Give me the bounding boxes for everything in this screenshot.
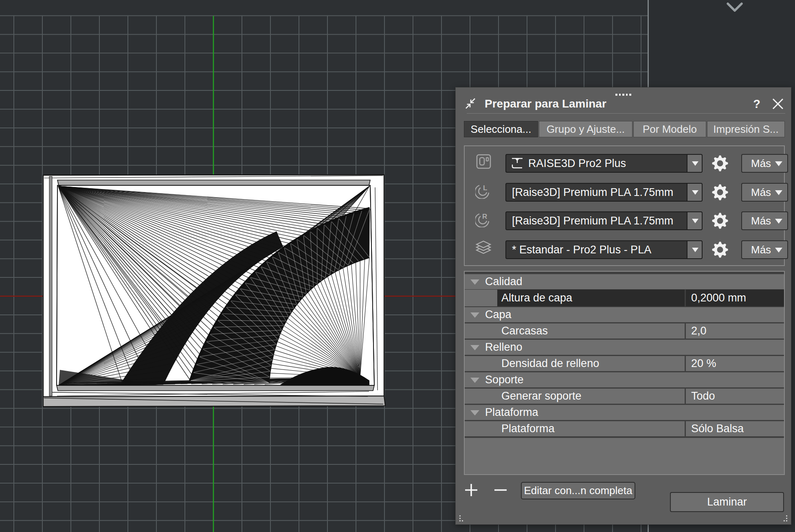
collapse-triangle-icon[interactable] bbox=[470, 279, 479, 285]
add-setting-button[interactable] bbox=[464, 483, 478, 497]
column-divider bbox=[685, 323, 686, 339]
edit-full-config-label: Editar con...n completa bbox=[524, 484, 632, 497]
column-divider bbox=[685, 290, 686, 306]
filament-right-gear-icon[interactable] bbox=[712, 212, 729, 229]
resize-grip-bottom-left[interactable] bbox=[459, 514, 468, 522]
filament-left-value: [Raise3D] Premium PLA 1.75mm bbox=[512, 184, 673, 201]
printer-settings-gear-icon[interactable] bbox=[712, 155, 729, 172]
printer-select-value: RAISE3D Pro2 Plus bbox=[528, 155, 626, 172]
filament-right-select[interactable]: [Raise3D] Premium PLA 1.75mm bbox=[505, 211, 703, 230]
collapse-triangle-icon[interactable] bbox=[470, 410, 479, 415]
setting-row-layer-height[interactable]: Altura de capa 0,2000 mm bbox=[465, 290, 784, 306]
collapse-triangle-icon[interactable] bbox=[470, 345, 479, 350]
group-label: Relleno bbox=[485, 340, 523, 355]
filament-left-more-arrow-icon bbox=[775, 190, 782, 195]
printer-select[interactable]: RAISE3D Pro2 Plus bbox=[505, 154, 703, 173]
template-select-value: * Estandar - Pro2 Plus - PLA bbox=[512, 241, 651, 258]
settings-group-relleno[interactable]: Relleno bbox=[465, 340, 784, 355]
setting-value[interactable]: Todo bbox=[691, 389, 715, 404]
selector-groupbox: L R bbox=[464, 145, 785, 266]
setting-label: Altura de capa bbox=[501, 290, 572, 305]
dialog-title: Preparar para Laminar bbox=[485, 97, 656, 111]
filament-left-more-label: Más bbox=[751, 184, 771, 201]
setting-value[interactable]: 0,2000 mm bbox=[691, 290, 746, 305]
filament-left-icon: L bbox=[475, 182, 492, 199]
settings-group-plataforma[interactable]: Plataforma bbox=[465, 405, 784, 420]
setting-label: Plataforma bbox=[501, 421, 555, 436]
filament-left-select[interactable]: [Raise3D] Premium PLA 1.75mm bbox=[505, 183, 703, 202]
printer-more-button[interactable]: Más bbox=[741, 154, 788, 173]
help-button[interactable]: ? bbox=[748, 96, 765, 112]
settings-empty-area bbox=[465, 438, 784, 474]
filament-right-value: [Raise3D] Premium PLA 1.75mm bbox=[512, 212, 673, 229]
filament-right-more-label: Más bbox=[751, 212, 771, 229]
title-separator bbox=[467, 113, 785, 114]
setting-label: Carcasas bbox=[501, 323, 548, 339]
setting-value[interactable]: 2,0 bbox=[691, 323, 707, 339]
prepare-to-slice-dialog: Preparar para Laminar ? Selecciona... Gr… bbox=[455, 87, 791, 525]
group-label: Calidad bbox=[485, 274, 523, 289]
template-more-label: Más bbox=[751, 241, 771, 258]
group-label: Capa bbox=[485, 307, 512, 322]
tab-per-model[interactable]: Por Modelo bbox=[633, 121, 706, 137]
setting-row-shells[interactable]: Carcasas 2,0 bbox=[465, 323, 784, 339]
svg-text:R: R bbox=[482, 213, 487, 220]
template-more-arrow-icon bbox=[775, 248, 782, 253]
slice-button[interactable]: Laminar bbox=[670, 492, 784, 512]
settings-table: Calidad Altura de capa 0,2000 mm Capa Ca… bbox=[464, 271, 785, 475]
template-select[interactable]: * Estandar - Pro2 Plus - PLA bbox=[505, 240, 703, 259]
svg-text:L: L bbox=[483, 184, 487, 192]
printer-more-arrow-icon bbox=[775, 161, 782, 166]
remove-setting-button[interactable] bbox=[494, 483, 507, 497]
settings-group-soporte[interactable]: Soporte bbox=[465, 372, 784, 387]
printer-select-arrow[interactable] bbox=[687, 155, 702, 172]
ideamaker-window: Preparar para Laminar ? Selecciona... Gr… bbox=[0, 0, 795, 532]
printer-icon bbox=[475, 154, 492, 170]
template-gear-icon[interactable] bbox=[712, 241, 729, 258]
collapse-triangle-icon[interactable] bbox=[470, 312, 479, 318]
resize-grip-bottom-right[interactable] bbox=[779, 514, 788, 522]
dialog-drag-handle[interactable] bbox=[615, 94, 633, 96]
tab-group-settings[interactable]: Grupo y Ajuste... bbox=[539, 121, 632, 137]
filament-right-arrow[interactable] bbox=[687, 212, 702, 229]
filament-left-gear-icon[interactable] bbox=[712, 184, 729, 201]
drag-dot bbox=[629, 94, 631, 96]
filament-left-more-button[interactable]: Más bbox=[741, 183, 788, 202]
group-label: Plataforma bbox=[485, 405, 538, 420]
filament-right-more-arrow-icon bbox=[775, 219, 782, 224]
column-divider bbox=[685, 421, 686, 436]
column-divider bbox=[685, 389, 686, 404]
printer-nozzle-icon bbox=[510, 157, 524, 169]
setting-value[interactable]: Sólo Balsa bbox=[691, 421, 744, 436]
edit-full-config-button[interactable]: Editar con...n completa bbox=[521, 482, 635, 499]
setting-label: Densidad de relleno bbox=[501, 356, 599, 371]
settings-group-capa[interactable]: Capa bbox=[465, 307, 784, 322]
template-more-button[interactable]: Más bbox=[741, 240, 788, 259]
template-select-arrow[interactable] bbox=[687, 241, 702, 258]
collapse-dialog-icon[interactable] bbox=[465, 97, 476, 110]
drag-dot bbox=[615, 94, 617, 96]
setting-row-generate-support[interactable]: Generar soporte Todo bbox=[465, 389, 784, 404]
slice-label: Laminar bbox=[707, 496, 747, 508]
filament-right-icon: R bbox=[475, 211, 492, 227]
drag-dot bbox=[619, 94, 621, 96]
setting-row-platform[interactable]: Plataforma Sólo Balsa bbox=[465, 421, 784, 436]
settings-group-calidad[interactable]: Calidad bbox=[465, 274, 784, 289]
column-divider bbox=[685, 356, 686, 371]
printer-more-label: Más bbox=[751, 155, 771, 172]
filament-left-arrow[interactable] bbox=[687, 184, 702, 201]
selected-row-indent bbox=[465, 290, 497, 306]
tab-print[interactable]: Impresión S... bbox=[707, 121, 785, 137]
collapse-triangle-icon[interactable] bbox=[470, 378, 479, 383]
group-label: Soporte bbox=[485, 372, 524, 387]
drag-dot bbox=[622, 94, 624, 96]
close-icon[interactable] bbox=[768, 96, 788, 112]
setting-label: Generar soporte bbox=[501, 389, 582, 404]
drag-dot bbox=[626, 94, 628, 96]
filament-right-more-button[interactable]: Más bbox=[741, 211, 788, 230]
setting-value[interactable]: 20 % bbox=[691, 356, 716, 371]
tab-select[interactable]: Selecciona... bbox=[464, 121, 538, 137]
template-layers-icon bbox=[475, 239, 492, 255]
setting-row-infill-density[interactable]: Densidad de relleno 20 % bbox=[465, 356, 784, 371]
